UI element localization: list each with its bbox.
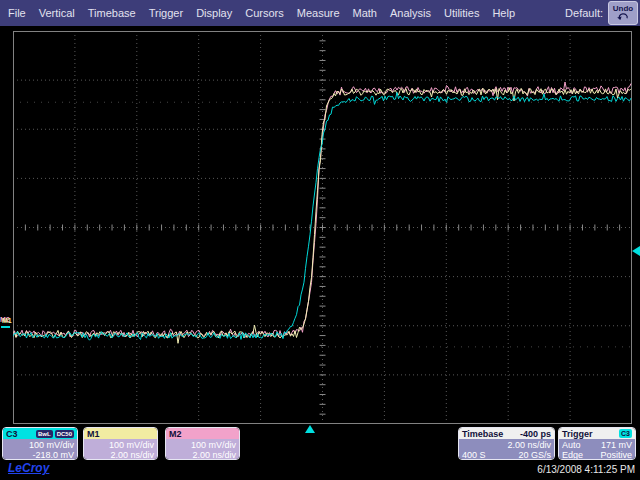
menu-item-trigger[interactable]: Trigger (149, 7, 183, 19)
menu-bar: FileVerticalTimebaseTriggerDisplayCursor… (0, 0, 640, 26)
m1-scale: 100 mV/div (109, 440, 154, 450)
menu-item-file[interactable]: File (8, 7, 26, 19)
trigger-level: 171 mV (601, 440, 632, 450)
c3-body: 100 mV/div -218.0 mV (3, 439, 77, 460)
menu-item-vertical[interactable]: Vertical (39, 7, 75, 19)
timebase-delay: -400 ps (520, 429, 551, 439)
trigger-time-marker-icon[interactable] (305, 425, 315, 433)
timebase-descriptor[interactable]: Timebase -400 ps 2.00 ns/div 400 S 20 GS… (458, 427, 555, 460)
m1-body: 100 mV/div 2.00 ns/div (84, 439, 157, 460)
trigger-descriptor[interactable]: Trigger C3 Auto 171 mV Edge Positive (558, 427, 636, 460)
m1-offset-label: M1 (2, 317, 12, 324)
oscilloscope-screen: FileVerticalTimebaseTriggerDisplayCursor… (0, 0, 640, 480)
m2-body: 100 mV/div 2.00 ns/div (166, 439, 239, 460)
waveform-grid (13, 31, 632, 424)
trigger-body: Auto 171 mV Edge Positive (559, 439, 635, 460)
menu-item-math[interactable]: Math (353, 7, 377, 19)
m1-header: M1 (84, 428, 157, 439)
timebase-body: 2.00 ns/div 400 S 20 GS/s (459, 439, 554, 460)
m1-label: M1 (87, 429, 100, 439)
timebase-title: Timebase (462, 429, 503, 439)
trigger-mode: Auto (562, 440, 581, 450)
menu-bar-items: FileVerticalTimebaseTriggerDisplayCursor… (0, 7, 565, 19)
timebase-header: Timebase -400 ps (459, 428, 554, 439)
c3-header: C3 BwLDC50 (3, 428, 77, 439)
c3-badge-bwl: BwL (36, 430, 53, 438)
trigger-type: Edge (562, 450, 583, 460)
datetime-status: 6/13/2008 4:11:25 PM (537, 464, 635, 475)
menu-item-cursors[interactable]: Cursors (245, 7, 284, 19)
timebase-samples: 400 S (462, 450, 486, 460)
menu-item-timebase[interactable]: Timebase (88, 7, 136, 19)
lecroy-logo: LeCroy (8, 461, 49, 475)
c3-scale: 100 mV/div (29, 440, 74, 450)
menu-item-help[interactable]: Help (492, 7, 515, 19)
c3-offset: -218.0 mV (32, 450, 74, 460)
m2-label: M2 (169, 429, 182, 439)
timebase-scale: 2.00 ns/div (507, 440, 551, 450)
memory-m2-descriptor[interactable]: M2 100 mV/div 2.00 ns/div (165, 427, 240, 460)
trace-m2 (13, 82, 631, 337)
c3-label: C3 (6, 429, 18, 439)
trigger-source-badge: C3 (619, 429, 632, 438)
trigger-level-marker-icon[interactable] (632, 246, 640, 256)
menu-item-analysis[interactable]: Analysis (390, 7, 431, 19)
channel-c3-descriptor[interactable]: C3 BwLDC50 100 mV/div -218.0 mV (2, 427, 78, 460)
trigger-title: Trigger (562, 429, 593, 439)
menu-item-display[interactable]: Display (196, 7, 232, 19)
timebase-rate: 20 GS/s (518, 450, 551, 460)
menu-item-utilities[interactable]: Utilities (444, 7, 479, 19)
m2-scale: 100 mV/div (191, 440, 236, 450)
c3-badge-dc50: DC50 (55, 430, 74, 438)
undo-button[interactable]: Undo (608, 1, 638, 25)
memory-m1-descriptor[interactable]: M1 100 mV/div 2.00 ns/div (83, 427, 158, 460)
m2-header: M2 (166, 428, 239, 439)
undo-button-label: Undo (613, 5, 633, 13)
menu-item-measure[interactable]: Measure (297, 7, 340, 19)
c3-badges: BwLDC50 (34, 430, 74, 438)
m1-timebase: 2.00 ns/div (110, 450, 154, 460)
trigger-header: Trigger C3 (559, 428, 635, 439)
default-label: Default: (565, 7, 603, 19)
undo-arrow-icon (617, 13, 629, 22)
m2-timebase: 2.00 ns/div (192, 450, 236, 460)
c3-offset-dash-icon (1, 326, 10, 328)
trigger-slope: Positive (600, 450, 632, 460)
channel-offset-markers: M2 M1 (0, 316, 16, 332)
